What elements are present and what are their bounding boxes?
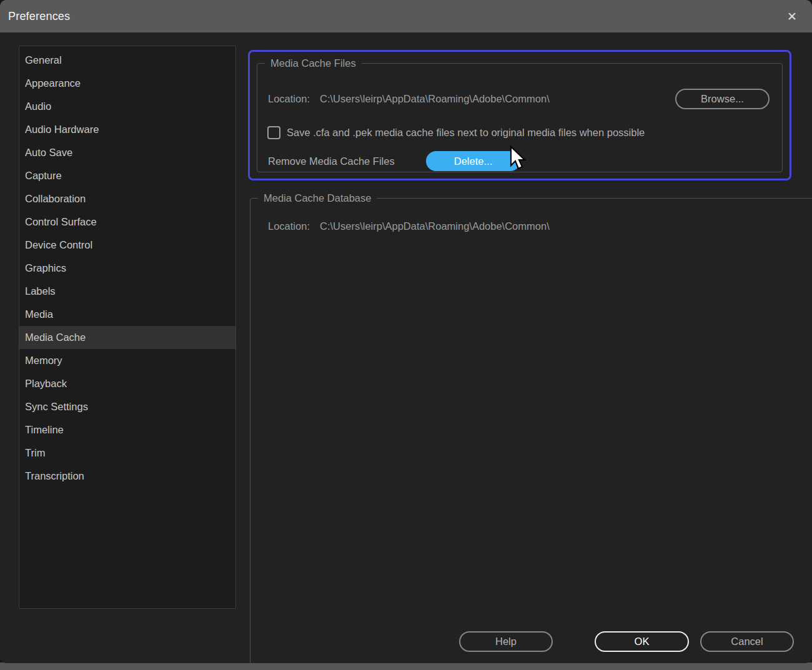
sidebar-item-device-control[interactable]: Device Control <box>19 234 235 257</box>
cache-files-location-row: Location: C:\Users\leirp\AppData\Roaming… <box>268 89 550 109</box>
media-cache-files-group: Media Cache Files Location: C:\Users\lei… <box>257 57 783 172</box>
cancel-button[interactable]: Cancel <box>700 631 794 652</box>
save-next-to-media-checkbox[interactable] <box>267 126 280 139</box>
ok-button[interactable]: OK <box>595 631 689 652</box>
sidebar-item-timeline[interactable]: Timeline <box>19 418 235 441</box>
remove-cache-label: Remove Media Cache Files <box>268 155 395 167</box>
preferences-category-list: General Appearance Audio Audio Hardware … <box>19 46 236 609</box>
help-button[interactable]: Help <box>459 631 553 652</box>
cache-files-location-path: C:\Users\leirp\AppData\Roaming\Adobe\Com… <box>320 93 550 105</box>
sidebar-item-labels[interactable]: Labels <box>19 280 235 303</box>
sidebar-item-media-cache[interactable]: Media Cache <box>19 326 235 349</box>
preferences-dialog: Preferences ✕ General Appearance Audio A… <box>0 0 812 663</box>
sidebar-item-playback[interactable]: Playback <box>19 372 235 395</box>
save-next-to-media-row: Save .cfa and .pek media cache files nex… <box>267 125 645 140</box>
sidebar-item-memory[interactable]: Memory <box>19 349 235 372</box>
sidebar-item-audio-hardware[interactable]: Audio Hardware <box>19 118 235 141</box>
delete-cache-button[interactable]: Delete... <box>426 151 520 171</box>
sidebar-item-auto-save[interactable]: Auto Save <box>19 141 235 164</box>
media-cache-files-focus-outline: Media Cache Files Location: C:\Users\lei… <box>248 50 791 180</box>
close-icon[interactable]: ✕ <box>783 7 801 25</box>
sidebar-item-trim[interactable]: Trim <box>19 441 235 465</box>
cache-db-location-path: C:\Users\leirp\AppData\Roaming\Adobe\Com… <box>320 220 550 232</box>
sidebar-item-media[interactable]: Media <box>19 303 235 326</box>
sidebar-item-sync-settings[interactable]: Sync Settings <box>19 395 235 418</box>
cache-files-browse-button[interactable]: Browse... <box>675 89 770 109</box>
media-cache-database-legend: Media Cache Database <box>258 192 377 204</box>
sidebar-item-capture[interactable]: Capture <box>19 164 235 187</box>
sidebar-item-control-surface[interactable]: Control Surface <box>19 210 235 234</box>
titlebar: Preferences <box>0 0 812 32</box>
sidebar-item-audio[interactable]: Audio <box>19 95 235 118</box>
remove-cache-row: Remove Media Cache Files <box>268 151 395 171</box>
sidebar-item-transcription[interactable]: Transcription <box>19 465 235 488</box>
sidebar-item-graphics[interactable]: Graphics <box>19 257 235 280</box>
location-label: Location: <box>268 220 310 232</box>
location-label: Location: <box>268 93 310 105</box>
media-cache-files-legend: Media Cache Files <box>265 57 362 69</box>
cache-db-location-row: Location: C:\Users\leirp\AppData\Roaming… <box>268 216 550 237</box>
media-cache-database-group: Media Cache Database Location: C:\Users\… <box>250 192 812 663</box>
background-window-edge <box>0 663 812 670</box>
save-next-to-media-label: Save .cfa and .pek media cache files nex… <box>287 127 645 139</box>
sidebar-item-collaboration[interactable]: Collaboration <box>19 187 235 210</box>
sidebar-item-general[interactable]: General <box>19 49 235 72</box>
sidebar-item-appearance[interactable]: Appearance <box>19 72 235 95</box>
dialog-title: Preferences <box>0 10 70 23</box>
